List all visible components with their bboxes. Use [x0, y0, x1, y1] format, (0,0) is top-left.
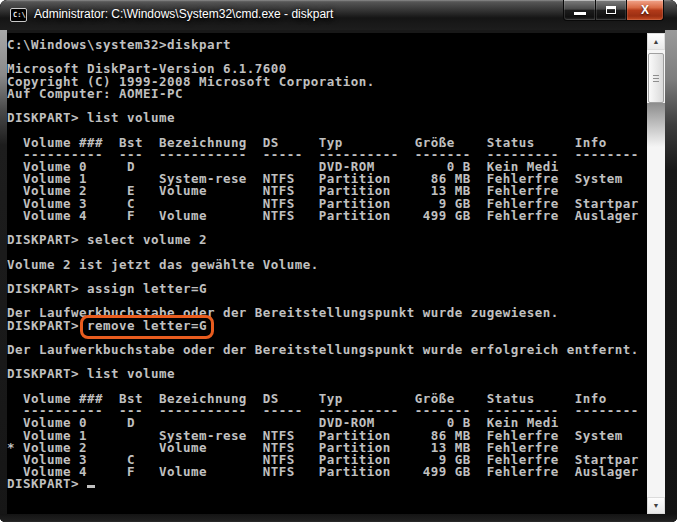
maximize-icon	[606, 6, 616, 14]
current-prompt-line: DISKPART>	[7, 478, 647, 490]
down-arrow-icon: ▼	[653, 502, 660, 509]
console-text-block-2: Der Laufwerkbuchstabe oder der Bereitste…	[7, 332, 647, 478]
window-frame-bottom	[0, 514, 677, 522]
diskpart-prompt: DISKPART>	[7, 476, 87, 491]
scroll-down-button[interactable]: ▼	[647, 497, 665, 514]
minimize-button[interactable]	[563, 0, 596, 21]
scrollbar-thumb[interactable]	[648, 53, 664, 103]
scroll-up-button[interactable]: ▲	[647, 33, 665, 50]
cmd-window: C:\ Administrator: C:\Windows\System32\c…	[0, 0, 677, 522]
maximize-button[interactable]	[596, 0, 626, 21]
scrollbar-track[interactable]	[647, 50, 665, 497]
close-button[interactable]: X	[626, 0, 664, 21]
up-arrow-icon: ▲	[653, 38, 660, 45]
window-frame-right	[665, 30, 677, 522]
window-frame-left	[0, 30, 7, 522]
minimize-icon	[574, 12, 586, 15]
scrollbar-track-shadow	[647, 103, 665, 147]
title-bar[interactable]: C:\ Administrator: C:\Windows\System32\c…	[0, 0, 677, 30]
console-output[interactable]: C:\Windows\system32>diskpart Microsoft D…	[7, 33, 647, 514]
highlighted-remove-command: remove letter=G	[87, 320, 207, 332]
console-text-block-1: C:\Windows\system32>diskpart Microsoft D…	[7, 39, 647, 320]
diskpart-prompt: DISKPART>	[7, 318, 87, 333]
scrollbar-grip-icon	[653, 75, 659, 83]
window-controls: X	[563, 0, 664, 21]
close-icon: X	[641, 4, 649, 16]
vertical-scrollbar[interactable]: ▲ ▼	[647, 33, 665, 514]
cmd-icon[interactable]: C:\	[10, 8, 27, 22]
remove-command-line: DISKPART> remove letter=G	[7, 320, 647, 332]
window-title: Administrator: C:\Windows\System32\cmd.e…	[34, 7, 333, 21]
text-cursor	[87, 485, 95, 488]
